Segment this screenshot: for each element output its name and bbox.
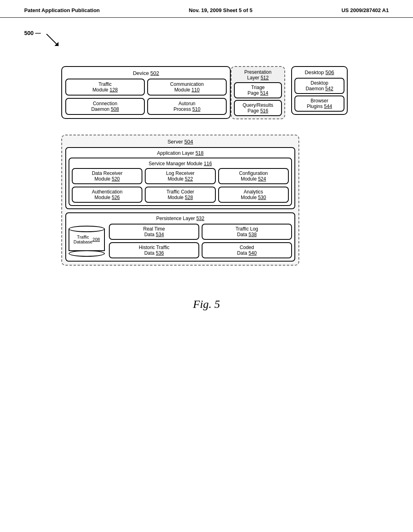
module-log-receiver: Log ReceiverModule 522 [145, 168, 215, 184]
cylinder-bottom [69, 250, 105, 257]
module-configuration: ConfigurationModule 524 [218, 168, 289, 184]
module-traffic: TrafficModule 128 [65, 79, 145, 96]
module-traffic-coder: Traffic CoderModule 528 [145, 187, 215, 203]
service-manager-title: Service Manager Module 116 [72, 161, 289, 166]
module-data-receiver: Data ReceiverModule 520 [72, 168, 142, 184]
main-content: 500 — Device 502 TrafficModule 128 Commu… [0, 18, 413, 319]
desktop-box: Desktop 506 DesktopDaemon 542 BrowserPlu… [291, 66, 348, 115]
page-header: Patent Application Publication Nov. 19, … [0, 0, 413, 18]
data-items-grid: Real TimeData 534 Traffic LogData 538 Hi… [109, 224, 292, 258]
module-autorun: AutorunProcess 510 [147, 98, 227, 115]
presentation-layer-title: PresentationLayer 512 [234, 69, 282, 81]
diagram: Device 502 TrafficModule 128 Communicati… [61, 66, 352, 266]
device-title: Device 502 [65, 70, 227, 76]
data-historic-traffic: Historic TrafficData 536 [109, 242, 199, 258]
desktop-daemon-box: DesktopDaemon 542 [294, 78, 344, 94]
device-number: 502 [150, 70, 159, 76]
triage-page-box: TriagePage 514 [234, 82, 282, 98]
service-manager-box: Service Manager Module 116 Data Receiver… [69, 158, 292, 206]
server-title: Server 504 [65, 139, 295, 145]
desktop-title: Desktop 506 [294, 69, 344, 75]
presentation-layer-box: PresentationLayer 512 TriagePage 514 Que… [231, 66, 285, 119]
app-layer-box: Application Layer 518 Service Manager Mo… [65, 147, 295, 209]
persistence-inner: TrafficDatabase 208 Real TimeData 534 Tr… [69, 224, 292, 258]
cylinder-body: TrafficDatabase 208 [69, 229, 105, 251]
module-connection-daemon: ConnectionDaemon 508 [65, 98, 145, 115]
data-coded: CodedData 540 [202, 242, 292, 258]
data-traffic-log: Traffic LogData 538 [202, 224, 292, 240]
persistence-layer-title: Persistence Layer 532 [69, 216, 292, 221]
fig-500-label: 500 — [24, 30, 41, 36]
server-box: Server 504 Application Layer 518 Service… [61, 135, 299, 266]
cylinder-top [69, 226, 105, 232]
module-authentication: AuthenticationModule 526 [72, 187, 142, 203]
device-modules: TrafficModule 128 CommunicationModule 11… [65, 79, 227, 115]
browser-plugins-box: BrowserPlugins 544 [294, 96, 344, 112]
header-left: Patent Application Publication [24, 7, 100, 13]
traffic-database-cylinder: TrafficDatabase 208 [69, 226, 105, 257]
module-analytics: AnalyticsModule 530 [218, 187, 289, 203]
query-results-page-box: Query/ResultsPage 516 [234, 100, 282, 116]
header-right: US 2009/287402 A1 [342, 7, 389, 13]
persistence-layer-box: Persistence Layer 532 TrafficDatabase 20… [65, 212, 295, 262]
header-middle: Nov. 19, 2009 Sheet 5 of 5 [189, 7, 252, 13]
fig-caption: Fig. 5 [24, 298, 389, 311]
device-box: Device 502 TrafficModule 128 Communicati… [61, 66, 231, 119]
module-communication: CommunicationModule 110 [147, 79, 227, 96]
service-manager-modules: Data ReceiverModule 520 Log ReceiverModu… [72, 168, 289, 203]
app-layer-title: Application Layer 518 [69, 150, 292, 156]
arrow-icon [46, 34, 67, 54]
data-realtime: Real TimeData 534 [109, 224, 199, 240]
